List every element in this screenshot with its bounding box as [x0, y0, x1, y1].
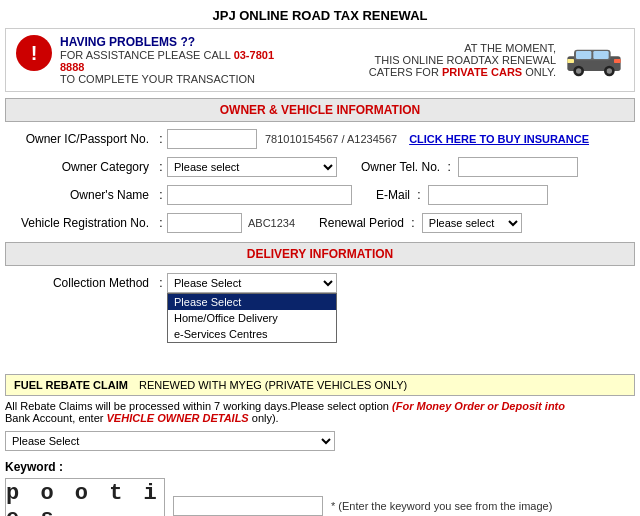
keyword-section: Keyword : p o o t i e s * (Enter the key… [5, 460, 635, 516]
email-colon: : [414, 188, 424, 202]
collection-method-label: Collection Method [5, 276, 155, 290]
owner-category-label: Owner Category [5, 160, 155, 174]
owner-category-colon: : [155, 160, 167, 174]
car-image [564, 40, 624, 80]
buy-insurance-link[interactable]: CLICK HERE TO BUY INSURANCE [409, 133, 589, 145]
page-title: JPJ ONLINE ROAD TAX RENEWAL [0, 0, 640, 28]
svg-rect-2 [576, 51, 591, 59]
owner-category-select[interactable]: Please select [167, 157, 337, 177]
vehicle-reg-colon: : [155, 216, 167, 230]
warning-suffix: TO COMPLETE YOUR TRANSACTION [60, 73, 286, 85]
keyword-label: Keyword : [5, 460, 635, 474]
owner-name-colon: : [155, 188, 167, 202]
dropdown-option-please-select[interactable]: Please Select [168, 294, 336, 310]
vehicle-reg-suffix: ABC1234 [248, 217, 295, 229]
owner-id-colon: : [155, 132, 167, 146]
captcha-image: p o o t i e s [5, 478, 165, 516]
dropdown-option-home-office[interactable]: Home/Office Delivery [168, 310, 336, 326]
owner-id-label: Owner IC/Passport No. [5, 132, 155, 146]
owner-section-header: OWNER & VEHICLE INFORMATION [5, 98, 635, 122]
owner-id-input[interactable] [167, 129, 257, 149]
header-banner: ! HAVING PROBLEMS ?? FOR ASSISTANCE PLEA… [5, 28, 635, 92]
svg-point-7 [607, 68, 612, 73]
collection-method-select[interactable]: Please Select Home/Office Delivery e-Ser… [167, 273, 337, 293]
svg-rect-3 [593, 51, 608, 59]
owner-tel-input[interactable] [458, 157, 578, 177]
fuel-rebate-banner-suffix: RENEWED WITH MYEG (PRIVATE VEHICLES ONLY… [139, 379, 407, 391]
renewal-period-colon: : [408, 216, 418, 230]
vehicle-reg-input[interactable] [167, 213, 242, 233]
captcha-hint: * (Enter the keyword you see from the im… [331, 500, 552, 512]
bank-account-select[interactable]: Please Select [5, 431, 335, 451]
warning-icon: ! [16, 35, 52, 71]
owner-name-input[interactable] [167, 185, 352, 205]
dropdown-option-eservices[interactable]: e-Services Centres [168, 326, 336, 342]
renewal-period-label: Renewal Period [319, 216, 404, 230]
collection-method-dropdown[interactable]: Please Select Home/Office Delivery e-Ser… [167, 273, 337, 293]
rebate-info: All Rebate Claims will be processed with… [5, 400, 635, 424]
collection-dropdown-open: Please Select Home/Office Delivery e-Ser… [167, 293, 337, 343]
fuel-rebate-banner: FUEL REBATE CLAIM RENEWED WITH MYEG (PRI… [5, 374, 635, 396]
vehicle-reg-label: Vehicle Registration No. [5, 216, 155, 230]
owner-name-label: Owner's Name [5, 188, 155, 202]
delivery-section-header: DELIVERY INFORMATION [5, 242, 635, 266]
captcha-input[interactable] [173, 496, 323, 516]
warning-title: HAVING PROBLEMS ?? [60, 35, 286, 49]
owner-vehicle-section: OWNER & VEHICLE INFORMATION Owner IC/Pas… [0, 98, 640, 234]
email-label: E-Mail [376, 188, 410, 202]
warning-contact: FOR ASSISTANCE PLEASE CALL 03-7801 8888 [60, 49, 286, 73]
owner-id-display: 781010154567 / A1234567 [265, 133, 397, 145]
email-input[interactable] [428, 185, 548, 205]
renewal-period-select[interactable]: Please select [422, 213, 522, 233]
svg-point-5 [576, 68, 581, 73]
delivery-section: DELIVERY INFORMATION Collection Method :… [0, 242, 640, 294]
collection-method-colon: : [155, 276, 167, 290]
owner-tel-colon: : [444, 160, 454, 174]
svg-rect-9 [614, 59, 621, 63]
svg-rect-8 [567, 59, 574, 63]
owner-tel-label: Owner Tel. No. [361, 160, 440, 174]
header-right-text: AT THE MOMENT, THIS ONLINE ROADTAX RENEW… [286, 42, 556, 78]
